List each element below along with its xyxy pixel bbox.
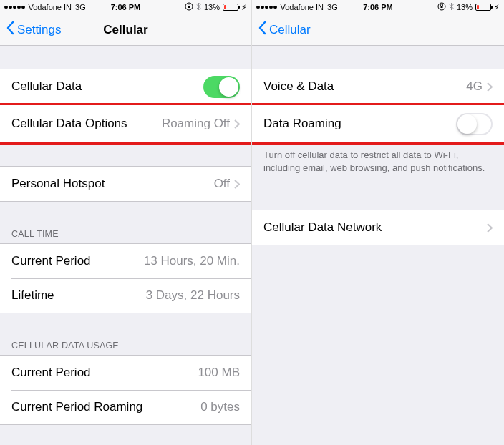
charging-icon: ⚡︎ xyxy=(241,3,247,12)
lifetime-row: Lifetime 3 Days, 22 Hours xyxy=(0,278,251,313)
battery-icon xyxy=(223,4,238,11)
cellular-data-options-label: Cellular Data Options xyxy=(11,117,162,131)
highlight-box: Data Roaming xyxy=(252,104,504,143)
battery-icon xyxy=(475,4,491,11)
usage-roaming-value: 0 bytes xyxy=(200,400,240,414)
navigation-bar: Cellular xyxy=(252,14,504,46)
call-time-header: CALL TIME xyxy=(0,225,251,243)
data-roaming-label: Data Roaming xyxy=(263,117,456,131)
usage-period-label: Current Period xyxy=(11,366,198,380)
current-period-row: Current Period 13 Hours, 20 Min. xyxy=(0,244,251,278)
rotation-lock-icon xyxy=(437,2,446,12)
usage-period-value: 100 MB xyxy=(198,366,240,380)
chevron-left-icon xyxy=(6,21,14,39)
highlight-box: Cellular Data Options Roaming Off xyxy=(0,104,251,143)
cellular-network-row[interactable]: Cellular Data Network xyxy=(252,210,504,245)
back-button[interactable]: Settings xyxy=(6,21,61,39)
charging-icon: ⚡︎ xyxy=(494,3,500,12)
personal-hotspot-label: Personal Hotspot xyxy=(11,177,214,191)
battery-pct-label: 13% xyxy=(457,3,472,11)
network-label: 3G xyxy=(75,3,86,11)
chevron-right-icon xyxy=(234,119,240,129)
screen-cellular: Vodafone IN 3G 7:06 PM 13% ⚡︎ Settings C… xyxy=(0,0,252,445)
chevron-right-icon xyxy=(487,82,493,92)
voice-data-value: 4G xyxy=(466,79,483,94)
usage-roaming-label: Current Period Roaming xyxy=(11,400,200,414)
usage-roaming-row: Current Period Roaming 0 bytes xyxy=(0,390,251,424)
bluetooth-icon xyxy=(449,3,454,12)
back-button[interactable]: Cellular xyxy=(258,21,311,39)
data-usage-header: CELLULAR DATA USAGE xyxy=(0,336,251,355)
signal-dots-icon xyxy=(256,6,277,9)
cellular-data-options-row[interactable]: Cellular Data Options Roaming Off xyxy=(0,105,251,142)
voice-data-label: Voice & Data xyxy=(263,79,466,94)
status-bar: Vodafone IN 3G 7:06 PM 13% ⚡︎ xyxy=(252,0,504,14)
clock-label: 7:06 PM xyxy=(111,3,141,11)
voice-data-row[interactable]: Voice & Data 4G xyxy=(252,69,504,104)
cellular-data-row[interactable]: Cellular Data xyxy=(0,69,251,104)
lifetime-label: Lifetime xyxy=(11,288,146,303)
signal-dots-icon xyxy=(4,6,25,9)
clock-label: 7:06 PM xyxy=(363,3,393,11)
status-bar: Vodafone IN 3G 7:06 PM 13% ⚡︎ xyxy=(0,0,251,14)
back-label: Settings xyxy=(17,23,61,37)
roaming-footer-text: Turn off cellular data to restrict all d… xyxy=(252,143,504,174)
page-title: Cellular xyxy=(103,23,147,37)
chevron-right-icon xyxy=(234,180,240,189)
chevron-right-icon xyxy=(487,223,493,233)
chevron-left-icon xyxy=(258,21,266,39)
bluetooth-icon xyxy=(196,3,201,12)
usage-period-row: Current Period 100 MB xyxy=(0,356,251,390)
svg-rect-3 xyxy=(440,6,442,8)
cellular-data-options-value: Roaming Off xyxy=(162,117,230,131)
personal-hotspot-row[interactable]: Personal Hotspot Off xyxy=(0,167,251,201)
navigation-bar: Settings Cellular xyxy=(0,14,251,46)
network-label: 3G xyxy=(327,3,338,11)
personal-hotspot-value: Off xyxy=(214,177,230,191)
data-roaming-toggle[interactable] xyxy=(456,113,493,135)
battery-pct-label: 13% xyxy=(204,3,220,11)
cellular-data-toggle[interactable] xyxy=(203,76,240,98)
carrier-label: Vodafone IN xyxy=(29,3,72,11)
rotation-lock-icon xyxy=(185,2,193,12)
current-period-label: Current Period xyxy=(11,254,144,268)
svg-rect-1 xyxy=(188,6,190,8)
cellular-network-label: Cellular Data Network xyxy=(263,220,487,235)
data-roaming-row[interactable]: Data Roaming xyxy=(252,105,504,142)
current-period-value: 13 Hours, 20 Min. xyxy=(144,254,240,268)
lifetime-value: 3 Days, 22 Hours xyxy=(146,288,240,303)
back-label: Cellular xyxy=(269,23,311,37)
cellular-data-label: Cellular Data xyxy=(11,79,203,94)
carrier-label: Vodafone IN xyxy=(281,3,324,11)
screen-cellular-options: Vodafone IN 3G 7:06 PM 13% ⚡︎ Cellular xyxy=(252,0,504,445)
